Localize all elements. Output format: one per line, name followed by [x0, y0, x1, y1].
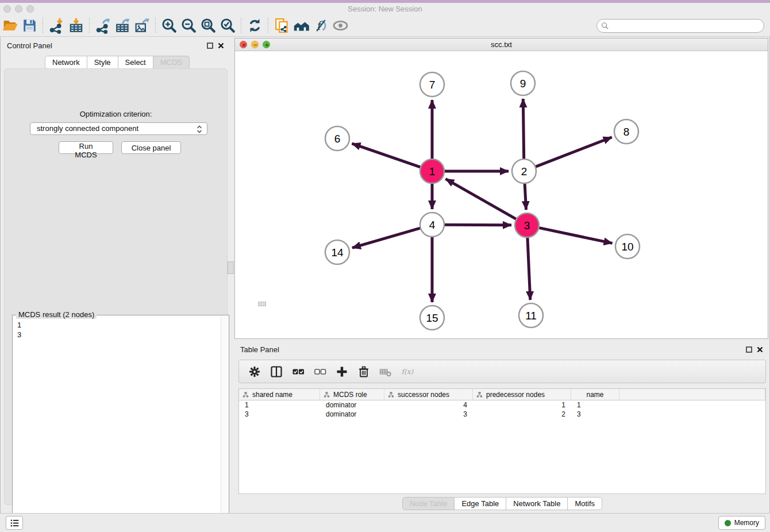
svg-text:f(x): f(x)	[402, 368, 414, 376]
show-hide-graphics-button[interactable]	[330, 16, 350, 36]
zoom-in-button[interactable]	[159, 16, 179, 36]
table-cell[interactable]: 3	[239, 410, 320, 419]
import-table-button[interactable]	[66, 16, 86, 36]
titlebar: Session: New Session	[0, 3, 770, 15]
float-panel-icon[interactable]	[746, 346, 752, 353]
delete-column-button[interactable]	[353, 362, 375, 381]
splitter-handle[interactable]	[228, 261, 234, 274]
zoom-fit-button[interactable]	[198, 16, 218, 36]
column-header-name[interactable]: name	[571, 389, 619, 400]
run-mcds-button[interactable]: Run MCDS	[59, 141, 113, 154]
mcds-result-text[interactable]: 1 3	[17, 320, 21, 340]
tab-node-table[interactable]: Node Table	[402, 497, 455, 510]
table-cell[interactable]: 3	[384, 410, 473, 419]
houses-icon	[293, 17, 310, 34]
zoom-selected-button[interactable]	[218, 16, 237, 36]
edge-1-6[interactable]	[352, 144, 421, 167]
export-network-button[interactable]	[93, 16, 113, 36]
table-cell[interactable]: dominator	[320, 410, 384, 419]
column-header-label: name	[586, 391, 603, 399]
table-row[interactable]: 3dominator323	[239, 410, 765, 419]
column-header-successor-nodes[interactable]: successor nodes	[384, 389, 473, 400]
tab-mcds[interactable]: MCDS	[153, 56, 190, 69]
select-all-button[interactable]	[287, 362, 309, 381]
export-table-button[interactable]	[113, 16, 132, 36]
tab-select[interactable]: Select	[118, 56, 153, 69]
column-layout-button[interactable]	[265, 362, 287, 381]
refresh-view-button[interactable]	[245, 16, 264, 36]
tab-edge-table[interactable]: Edge Table	[455, 497, 506, 510]
table-cell[interactable]: dominator	[320, 400, 384, 410]
table-cell[interactable]: 1	[473, 400, 571, 410]
node-label-9: 9	[520, 78, 526, 90]
horizontal-splitter-handle[interactable]	[258, 302, 266, 306]
table-cell[interactable]: 3	[571, 410, 619, 419]
close-panel-icon[interactable]	[757, 346, 763, 353]
tab-network[interactable]: Network	[45, 56, 87, 69]
criterion-dropdown[interactable]: strongly connected component	[30, 122, 207, 135]
copy-style-button[interactable]	[272, 16, 291, 36]
table-cell[interactable]: 2	[473, 410, 571, 419]
criterion-value: strongly connected component	[37, 124, 138, 133]
apply-function-button[interactable]: f(x)	[396, 362, 418, 381]
hide-function-button[interactable]: f	[311, 16, 330, 36]
open-session-button[interactable]	[0, 16, 20, 36]
import-network-icon	[48, 17, 65, 34]
column-header-shared-name[interactable]: shared name	[239, 389, 320, 400]
search-input[interactable]	[596, 19, 764, 33]
save-session-button[interactable]	[20, 16, 39, 36]
memory-button[interactable]: Memory	[718, 516, 765, 530]
toolbar-separator	[241, 18, 241, 34]
checked-boxes-icon	[291, 365, 305, 379]
task-history-button[interactable]	[6, 516, 23, 530]
main-toolbar: f	[0, 15, 770, 37]
import-network-button[interactable]	[47, 16, 66, 36]
table-cell[interactable]: 4	[384, 400, 473, 410]
open-folder-icon	[2, 17, 18, 34]
attribute-tree-icon	[476, 391, 483, 398]
column-header-label: predecessor nodes	[486, 391, 545, 399]
export-image-button[interactable]	[132, 16, 152, 36]
network-canvas[interactable]: 7968124314101511	[236, 51, 768, 338]
column-header-label: successor nodes	[398, 391, 449, 399]
list-icon	[10, 518, 20, 528]
fx-icon: f(x)	[401, 365, 414, 379]
tab-style[interactable]: Style	[87, 56, 118, 69]
toolbar-separator	[89, 18, 90, 34]
close-panel-icon[interactable]	[218, 43, 224, 49]
delete-table-button[interactable]	[375, 362, 396, 381]
float-panel-icon[interactable]	[207, 43, 213, 49]
node-label-15: 15	[426, 312, 438, 324]
edge-4-14[interactable]	[352, 228, 421, 248]
table-cell[interactable]: 1	[239, 400, 320, 410]
add-column-button[interactable]	[331, 362, 353, 381]
edge-3-10[interactable]	[539, 228, 613, 243]
tab-network-table[interactable]: Network Table	[506, 497, 568, 510]
table-header-row: shared name MCDS role successor nodes pr…	[239, 389, 765, 400]
chevron-up-down-icon	[197, 125, 202, 134]
edge-2-9[interactable]	[523, 99, 523, 159]
column-header-MCDS-role[interactable]: MCDS role	[320, 389, 384, 400]
edge-2-8[interactable]	[536, 137, 612, 167]
edge-2-3[interactable]	[525, 183, 526, 210]
tab-motifs[interactable]: Motifs	[568, 497, 602, 510]
column-header-predecessor-nodes[interactable]: predecessor nodes	[473, 389, 571, 400]
deselect-all-button[interactable]	[309, 362, 331, 381]
table-settings-button[interactable]	[244, 362, 265, 381]
export-image-icon	[134, 17, 151, 34]
edge-4-3[interactable]	[444, 225, 511, 225]
close-panel-button[interactable]: Close panel	[121, 141, 181, 154]
edge-3-1[interactable]	[445, 179, 516, 219]
show-all-networks-button[interactable]	[291, 16, 311, 36]
columns-icon	[270, 365, 283, 379]
network-window-titlebar[interactable]: scc.txt	[235, 38, 768, 51]
table-cell[interactable]: 1	[571, 400, 619, 410]
table-row[interactable]: 1dominator411	[239, 400, 765, 410]
edge-3-11[interactable]	[528, 237, 530, 300]
zoom-out-button[interactable]	[179, 16, 198, 36]
status-bar: Memory	[0, 513, 770, 532]
result-scrollbar[interactable]	[221, 316, 228, 530]
delete-table-icon	[379, 365, 392, 379]
node-table[interactable]: shared name MCDS role successor nodes pr…	[238, 388, 766, 494]
zoom-in-icon	[161, 17, 178, 34]
